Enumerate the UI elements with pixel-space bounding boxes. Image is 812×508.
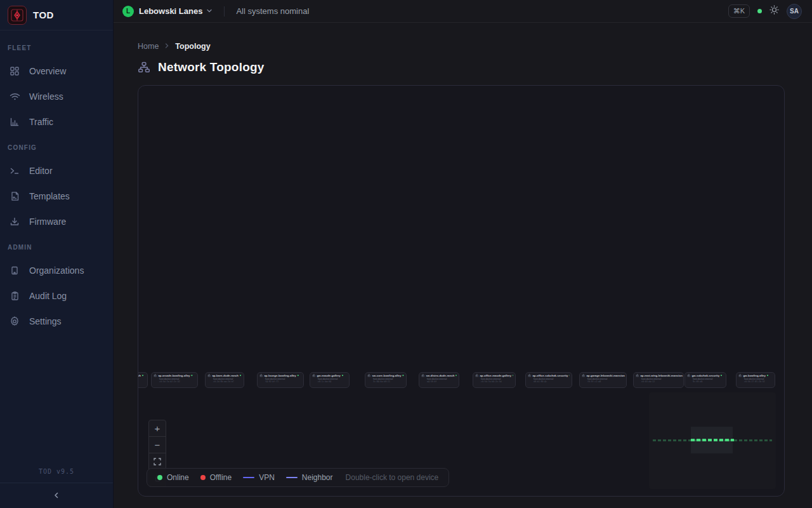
online-dot-icon (157, 475, 162, 480)
page-content: Home Topology Network Topology sw-access… (114, 23, 812, 508)
sidebar-item-editor[interactable]: Editor (4, 161, 109, 180)
system-status-text: All systems nominal (236, 6, 309, 16)
device-name: ap-garage-lebowski-mansion (586, 374, 625, 377)
device-host: host.docker.internal (534, 378, 570, 380)
device-node-gw-sobchak-security[interactable]: gw-sobchak-securityhost.docker.internal9… (684, 372, 726, 388)
tod-logo-icon (8, 6, 27, 25)
access-point-icon (367, 374, 370, 377)
device-node-sw-access-dude-ranch[interactable]: sw-access-dude-ranchhost.docker.internal… (138, 372, 148, 388)
canvas-hint: Double-click to open device (346, 473, 439, 482)
device-online-dot (192, 375, 193, 376)
vpn-line-icon (243, 477, 254, 479)
breadcrumb-home-link[interactable]: Home (138, 42, 159, 51)
device-node-sw-core-bowling-alley[interactable]: sw-core-bowling-alleyhost.docker.interna… (365, 372, 407, 388)
minimap[interactable] (649, 392, 776, 489)
sidebar-collapse-button[interactable] (0, 483, 113, 508)
device-name: ap-arcade-bowling-alley (158, 374, 190, 377)
device-node-gw-maude-gallery[interactable]: gw-maude-galleryhost.docker.internale8:1… (310, 372, 350, 388)
sidebar-item-firmware[interactable]: Firmware (4, 212, 109, 231)
device-host: host.docker.internal (481, 378, 513, 380)
sidebar-item-traffic[interactable]: Traffic (4, 112, 109, 131)
sidebar-item-organizations[interactable]: Organizations (4, 261, 109, 280)
minimap-nodes-bright (691, 439, 734, 441)
device-online-dot (767, 375, 768, 376)
access-point-icon (636, 374, 639, 377)
node-body: ap-barn-dude-ranchhost.docker.internalc0… (206, 373, 244, 384)
device-host: host.docker.internal (213, 378, 242, 380)
device-name: gw-maude-gallery (317, 374, 340, 377)
node-body: sw-core-bowling-alleyhost.docker.interna… (365, 373, 406, 384)
device-host: host.docker.internal (641, 378, 681, 380)
app-version: TOD v9.5 (0, 463, 113, 483)
device-node-ap-garage-lebowski-mansion[interactable]: ap-garage-lebowski-mansionhost.docker.in… (579, 372, 627, 388)
user-avatar[interactable]: SA (787, 4, 802, 19)
firmware-download-icon (9, 216, 20, 227)
device-meta: e8:1c:ba:04 (318, 380, 347, 383)
device-host: host.docker.internal (693, 378, 724, 380)
device-name: ap-east-wing-lebowski-mansion (640, 374, 683, 377)
topology-canvas[interactable]: sw-access-dude-ranchhost.docker.internal… (138, 85, 785, 497)
access-point-icon (421, 374, 424, 377)
access-point-icon (738, 374, 742, 377)
node-body: ap-office-maude-galleryhost.docker.inter… (473, 373, 515, 384)
device-name: ap-office-maude-gallery (480, 374, 511, 377)
theme-toggle-button[interactable] (769, 5, 779, 17)
device-online-dot (455, 375, 456, 376)
breadcrumb-current: Topology (175, 42, 210, 51)
access-point-icon (687, 374, 690, 377)
organizations-icon (9, 265, 20, 276)
org-avatar: L (122, 6, 134, 17)
node-body: ap-east-wing-lebowski-mansionhost.docker… (634, 373, 683, 384)
traffic-icon (9, 116, 20, 128)
sidebar-section-config: CONFIGEditorTemplatesFirmware (0, 139, 113, 231)
access-point-icon (475, 374, 478, 377)
main-area: L Lebowski Lanes All systems nominal ⌘K (114, 0, 812, 508)
zoom-out-button[interactable]: − (149, 437, 166, 453)
sidebar-item-audit-log[interactable]: Audit Log (4, 286, 109, 305)
sidebar-item-overview[interactable]: Overview (4, 62, 109, 81)
device-online-dot (721, 375, 722, 376)
template-icon (9, 190, 20, 202)
offline-dot-icon (200, 475, 206, 480)
terminal-icon (9, 165, 20, 177)
zoom-in-button[interactable]: + (149, 420, 166, 437)
device-node-gw-bowling-alley[interactable]: gw-bowling-alleyhost.docker.internalc0:5… (736, 372, 775, 388)
node-body: sw-distro-dude-ranchhost.docker.internal… (419, 373, 459, 384)
access-point-icon (259, 374, 263, 377)
access-point-icon (154, 374, 157, 377)
device-name: ap-barn-dude-ranch (212, 374, 239, 377)
legend-vpn-label: VPN (259, 473, 275, 482)
device-meta: d8:b1:90:4c (534, 380, 570, 383)
device-node-ap-office-sobchak-security[interactable]: ap-office-sobchak-securityhost.docker.in… (525, 372, 572, 388)
legend-neighbor: Neighbor (286, 473, 333, 482)
device-node-sw-distro-dude-ranch[interactable]: sw-distro-dude-ranchhost.docker.internal… (419, 372, 459, 388)
device-node-ap-lounge-bowling-alley[interactable]: ap-lounge-bowling-alleyhost.docker.inter… (257, 372, 304, 388)
device-node-ap-arcade-bowling-alley[interactable]: ap-arcade-bowling-alleyhost.docker.inter… (151, 372, 198, 388)
brand-name: TOD (33, 10, 54, 20)
device-meta: f4:92:bf:71 (265, 380, 301, 383)
device-meta: 3c:84:6a:b9:11 (373, 380, 404, 383)
legend-offline: Offline (200, 473, 232, 482)
device-online-dot (240, 375, 241, 376)
sidebar-item-label: Templates (29, 191, 70, 201)
device-node-ap-barn-dude-ranch[interactable]: ap-barn-dude-ranchhost.docker.internalc0… (205, 372, 244, 388)
sidebar: TOD FLEETOverviewWirelessTrafficCONFIGEd… (0, 0, 114, 508)
legend-online-label: Online (167, 473, 189, 482)
sidebar-item-settings[interactable]: Settings (4, 312, 109, 331)
access-point-icon (582, 374, 585, 377)
device-meta: c0:5d:7a:b6:2e:5d (481, 380, 513, 383)
device-name: sw-access-dude-ranch (138, 374, 141, 377)
org-selector[interactable]: L Lebowski Lanes (122, 6, 213, 17)
settings-icon (9, 316, 20, 327)
device-meta: f0:9f:c2:a8 (587, 380, 624, 383)
chevron-down-icon (206, 8, 213, 15)
device-host: host.docker.internal (159, 378, 195, 380)
device-node-ap-office-maude-gallery[interactable]: ap-office-maude-galleryhost.docker.inter… (473, 372, 516, 388)
command-palette-shortcut[interactable]: ⌘K (728, 4, 750, 18)
node-body: ap-office-sobchak-securityhost.docker.in… (526, 373, 572, 384)
device-node-ap-east-wing-lebowski-mansion[interactable]: ap-east-wing-lebowski-mansionhost.docker… (633, 372, 684, 388)
node-body: ap-garage-lebowski-mansionhost.docker.in… (580, 373, 626, 384)
sidebar-item-templates[interactable]: Templates (4, 187, 109, 206)
node-body: gw-maude-galleryhost.docker.internale8:1… (310, 373, 349, 384)
sidebar-item-wireless[interactable]: Wireless (4, 87, 109, 106)
